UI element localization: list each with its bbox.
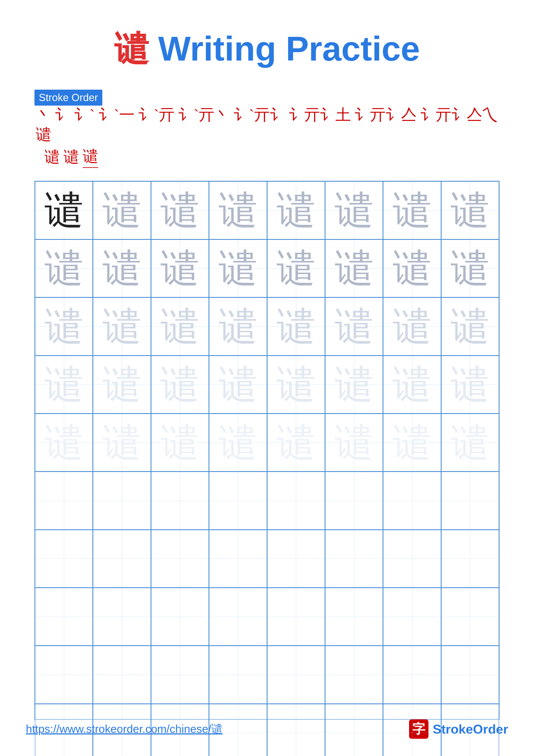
grid-cell-r1c8[interactable]: 谴 <box>441 181 499 239</box>
grid-cell-r7c8[interactable] <box>441 530 499 588</box>
grid-cell-r2c6[interactable]: 谴 <box>325 239 383 297</box>
grid-cell-r5c1[interactable]: 谴 <box>35 414 93 472</box>
grid-cell-r3c1[interactable]: 谴 <box>35 297 93 355</box>
grid-cell-r8c4[interactable] <box>209 588 267 646</box>
grid-cell-r8c5[interactable] <box>267 588 325 646</box>
stroke-order-section: Stroke Order 丶 讠 讠` 讠`一 讠`亓 讠`亓丶 讠`亓讠 讠亓… <box>26 90 508 168</box>
grid-cell-r7c1[interactable] <box>35 530 93 588</box>
grid-cell-r2c2[interactable]: 谴 <box>93 239 151 297</box>
stroke-6: 讠`亓丶 <box>178 106 230 124</box>
practice-grid: 谴 谴 谴 谴 谴 谴 谴 谴 谴 谴 谴 <box>35 181 499 719</box>
grid-cell-r9c3[interactable] <box>151 646 209 704</box>
grid-cell-r8c8[interactable] <box>441 588 499 646</box>
grid-cell-r9c4[interactable] <box>209 646 267 704</box>
grid-cell-r1c1[interactable]: 谴 <box>35 181 93 239</box>
grid-cell-r6c8[interactable] <box>441 472 499 529</box>
grid-cell-r7c6[interactable] <box>325 530 383 588</box>
grid-char: 谴 <box>335 242 373 294</box>
page-title: 谴 Writing Practice <box>26 17 508 72</box>
grid-cell-r6c1[interactable] <box>35 472 93 529</box>
grid-char: 谴 <box>393 242 431 294</box>
grid-cell-r8c1[interactable] <box>35 588 93 646</box>
grid-char: 谴 <box>45 417 83 469</box>
grid-cell-r5c6[interactable]: 谴 <box>325 414 383 472</box>
grid-cell-r4c3[interactable]: 谴 <box>151 356 209 414</box>
grid-cell-r9c1[interactable] <box>35 646 93 704</box>
grid-cell-r7c7[interactable] <box>383 530 441 588</box>
grid-cell-r7c2[interactable] <box>93 530 151 588</box>
page: 谴 Writing Practice Stroke Order 丶 讠 讠` 讠… <box>0 0 534 756</box>
grid-cell-r6c5[interactable] <box>267 472 325 529</box>
grid-cell-r4c8[interactable]: 谴 <box>441 356 499 414</box>
grid-cell-r9c2[interactable] <box>93 646 151 704</box>
grid-cell-r1c4[interactable]: 谴 <box>209 181 267 239</box>
grid-cell-r2c1[interactable]: 谴 <box>35 239 93 297</box>
grid-cell-r4c2[interactable]: 谴 <box>93 356 151 414</box>
grid-cell-r2c7[interactable]: 谴 <box>383 239 441 297</box>
grid-cell-r6c4[interactable] <box>209 472 267 529</box>
grid-char: 谴 <box>45 300 83 353</box>
grid-cell-r5c7[interactable]: 谴 <box>383 414 441 472</box>
grid-cell-r4c7[interactable]: 谴 <box>383 356 441 414</box>
grid-cell-r3c2[interactable]: 谴 <box>93 297 151 355</box>
grid-cell-r3c4[interactable]: 谴 <box>209 297 267 355</box>
footer-logo: 字 StrokeOrder <box>409 719 508 739</box>
grid-char: 谴 <box>103 417 141 469</box>
grid-char: 谴 <box>335 184 373 236</box>
stroke-3: 讠` <box>74 106 95 124</box>
grid-char: 谴 <box>219 417 257 469</box>
grid-cell-r1c5[interactable]: 谴 <box>267 181 325 239</box>
grid-cell-r3c7[interactable]: 谴 <box>383 297 441 355</box>
grid-cell-r6c7[interactable] <box>383 472 441 529</box>
grid-cell-r8c2[interactable] <box>93 588 151 646</box>
grid-cell-r4c4[interactable]: 谴 <box>209 356 267 414</box>
grid-cell-r7c4[interactable] <box>209 530 267 588</box>
grid-cell-r8c3[interactable] <box>151 588 209 646</box>
grid-cell-r5c5[interactable]: 谴 <box>267 414 325 472</box>
grid-char: 谴 <box>161 242 199 294</box>
grid-cell-r3c5[interactable]: 谴 <box>267 297 325 355</box>
grid-cell-r5c3[interactable]: 谴 <box>151 414 209 472</box>
grid-cell-r2c5[interactable]: 谴 <box>267 239 325 297</box>
grid-cell-r3c3[interactable]: 谴 <box>151 297 209 355</box>
grid-cell-r2c4[interactable]: 谴 <box>209 239 267 297</box>
grid-cell-r6c2[interactable] <box>93 472 151 529</box>
grid-cell-r4c1[interactable]: 谴 <box>35 356 93 414</box>
logo-char: 字 <box>412 720 425 738</box>
grid-char: 谴 <box>161 300 199 353</box>
grid-cell-r8c7[interactable] <box>383 588 441 646</box>
stroke-13: 谴 <box>64 147 79 167</box>
grid-cell-r1c3[interactable]: 谴 <box>151 181 209 239</box>
grid-char: 谴 <box>219 242 257 294</box>
stroke-14: 谴 <box>83 146 98 168</box>
grid-cell-r4c5[interactable]: 谴 <box>267 356 325 414</box>
grid-cell-r6c3[interactable] <box>151 472 209 529</box>
grid-cell-r5c8[interactable]: 谴 <box>441 414 499 472</box>
grid-cell-r7c5[interactable] <box>267 530 325 588</box>
grid-cell-r2c8[interactable]: 谴 <box>441 239 499 297</box>
grid-cell-r1c7[interactable]: 谴 <box>383 181 441 239</box>
grid-cell-r6c6[interactable] <box>325 472 383 529</box>
grid-cell-r9c7[interactable] <box>383 646 441 704</box>
stroke-8: 讠亓讠土 <box>289 106 351 124</box>
grid-char: 谴 <box>103 358 141 411</box>
grid-cell-r2c3[interactable]: 谴 <box>151 239 209 297</box>
grid-char: 谴 <box>219 358 257 411</box>
grid-cell-r4c6[interactable]: 谴 <box>325 356 383 414</box>
grid-char: 谴 <box>393 300 431 353</box>
grid-cell-r7c3[interactable] <box>151 530 209 588</box>
grid-cell-r1c6[interactable]: 谴 <box>325 181 383 239</box>
grid-cell-r5c4[interactable]: 谴 <box>209 414 267 472</box>
grid-char: 谴 <box>451 358 489 411</box>
grid-cell-r5c2[interactable]: 谴 <box>93 414 151 472</box>
grid-cell-r9c8[interactable] <box>441 646 499 704</box>
footer-url[interactable]: https://www.strokeorder.com/chinese/谴 <box>26 721 222 737</box>
grid-char: 谴 <box>277 300 315 353</box>
grid-cell-r8c6[interactable] <box>325 588 383 646</box>
grid-cell-r9c5[interactable] <box>267 646 325 704</box>
grid-cell-r9c6[interactable] <box>325 646 383 704</box>
grid-cell-r3c6[interactable]: 谴 <box>325 297 383 355</box>
grid-cell-r1c2[interactable]: 谴 <box>93 181 151 239</box>
grid-cell-r3c8[interactable]: 谴 <box>441 297 499 355</box>
grid-char: 谴 <box>103 184 141 236</box>
